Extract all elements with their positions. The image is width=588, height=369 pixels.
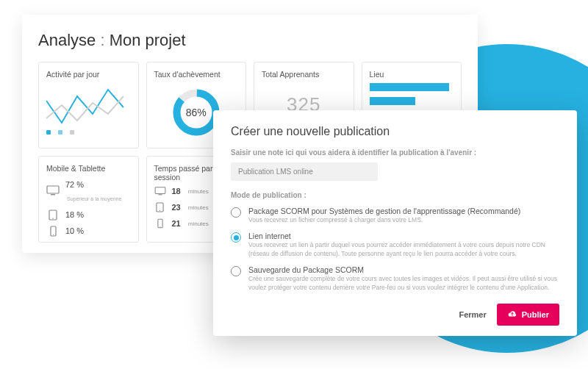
device-row: 18 %: [46, 209, 131, 220]
tablet-icon: [46, 209, 60, 220]
option-scorm-backup[interactable]: Sauvegarde du Package SCORM Crée une sau…: [231, 265, 559, 292]
card-title: Lieu: [370, 70, 454, 79]
option-scorm-package[interactable]: Package SCORM pour Systèmes de gestion d…: [231, 207, 559, 224]
radio-icon: [231, 232, 241, 243]
svg-rect-2: [47, 186, 59, 193]
session-minutes: 18: [172, 187, 181, 196]
title-prefix: Analyse: [38, 31, 96, 49]
option-web-link[interactable]: Lien internet Vous recevrez un lien à pa…: [231, 232, 559, 258]
card-activity-per-day: Activité par jour: [38, 62, 139, 148]
session-unit: minutes: [188, 221, 209, 227]
session-unit: minutes: [188, 188, 209, 195]
mode-label: Mode de publication :: [231, 191, 559, 199]
option-title: Sauvegarde du Package SCORM: [248, 265, 559, 274]
modal-footer: Fermer Publier: [231, 304, 559, 326]
monitor-icon: [154, 186, 166, 196]
phone-icon: [46, 226, 60, 236]
cloud-upload-icon: [507, 309, 517, 320]
session-unit: minutes: [188, 204, 209, 211]
tablet-icon: [154, 202, 166, 212]
svg-point-7: [52, 234, 53, 234]
bar: [370, 97, 416, 105]
new-publication-modal: Créer une nouvelle publication Saisir un…: [213, 110, 577, 336]
legend-dot: [58, 130, 62, 135]
publish-label: Publier: [522, 310, 549, 319]
option-desc: Vous recevrez un fichier compressé à cha…: [248, 216, 520, 224]
card-title: Mobile & Tablette: [46, 164, 131, 173]
option-title: Package SCORM pour Systèmes de gestion d…: [248, 207, 520, 215]
device-row: 10 %: [46, 226, 131, 236]
modal-title: Créer une nouvelle publication: [231, 125, 559, 138]
svg-rect-9: [158, 194, 162, 195]
monitor-icon: [46, 185, 60, 196]
device-list: 72 % Supérieur à la moyenne 18 % 10 %: [46, 177, 131, 236]
publication-note-input[interactable]: [231, 162, 378, 181]
phone-icon: [154, 218, 166, 229]
svg-rect-3: [51, 194, 55, 195]
project-name: Mon projet: [110, 31, 186, 49]
page-title: Analyse : Mon projet: [38, 31, 462, 50]
bar: [370, 83, 450, 91]
radio-icon: [231, 207, 241, 218]
legend: [46, 130, 131, 135]
device-percent: 10 %: [65, 226, 84, 235]
note-hint: Saisir une note ici qui vous aidera à id…: [231, 148, 559, 157]
title-separator: :: [96, 31, 109, 49]
device-sublabel: Supérieur à la moyenne: [67, 196, 121, 201]
svg-point-5: [52, 218, 53, 218]
device-percent: 72 %: [65, 180, 84, 189]
donut-percent: 86%: [186, 107, 207, 118]
legend-dot: [70, 130, 74, 135]
svg-rect-8: [155, 187, 165, 194]
legend-dot: [46, 130, 51, 135]
device-row: 72 % Supérieur à la moyenne: [46, 177, 131, 204]
svg-point-13: [159, 226, 160, 227]
line-chart: [46, 83, 131, 127]
option-title: Lien internet: [248, 232, 559, 240]
session-minutes: 21: [172, 219, 181, 228]
radio-icon: [231, 266, 241, 276]
option-desc: Vous recevrez un lien à partir duquel vo…: [248, 241, 559, 258]
publish-button[interactable]: Publier: [497, 304, 559, 326]
card-title: Total Apprenants: [262, 70, 346, 79]
card-title: Activité par jour: [46, 70, 131, 79]
card-title: Taux d'achèvement: [154, 70, 239, 79]
session-minutes: 23: [172, 203, 181, 212]
publication-mode-options: Package SCORM pour Systèmes de gestion d…: [231, 207, 559, 292]
option-desc: Crée une sauvegarde complète de votre co…: [248, 275, 559, 292]
card-mobile-tablet: Mobile & Tablette 72 % Supérieur à la mo…: [38, 156, 139, 243]
svg-point-11: [159, 210, 160, 211]
close-button[interactable]: Fermer: [459, 310, 486, 319]
device-percent: 18 %: [65, 210, 84, 219]
